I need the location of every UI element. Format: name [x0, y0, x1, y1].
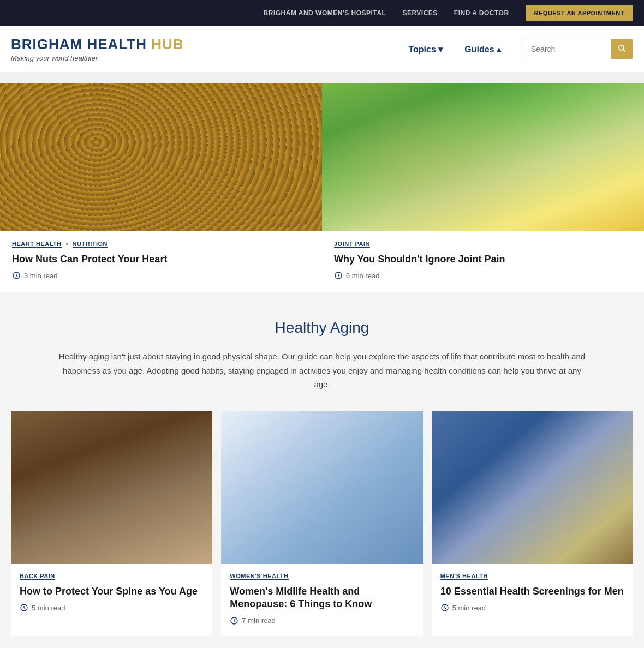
hero-card-nuts-image — [0, 83, 322, 231]
hero-card-joint-meta: 6 min read — [334, 271, 632, 280]
article-card-spine[interactable]: Back Pain How to Protect Your Spine as Y… — [11, 411, 212, 636]
clock-icon-3 — [20, 603, 28, 612]
article-spine-image — [11, 411, 212, 564]
logo-hub: HUB — [151, 36, 183, 52]
svg-point-0 — [619, 45, 624, 50]
main-navigation: Topics ▾ Guides ▴ — [408, 39, 633, 59]
card-tags-joint: Joint Pain — [334, 241, 632, 248]
article-spine-info: Back Pain How to Protect Your Spine as Y… — [11, 564, 212, 623]
tag-nutrition[interactable]: Nutrition — [73, 241, 108, 248]
article-card-menopause[interactable]: Women's Health Women's Midlife Health an… — [221, 411, 422, 636]
guide-description: Healthy aging isn't just about staying i… — [55, 350, 589, 392]
search-icon — [617, 44, 626, 52]
logo-area[interactable]: BRIGHAM HEALTH HUB Making your world hea… — [11, 36, 184, 62]
top-navigation: Brigham and Women's Hospital Services Fi… — [0, 0, 644, 26]
search-box — [523, 39, 633, 59]
hero-card-nuts-meta: 3 min read — [12, 271, 310, 280]
clock-icon — [12, 271, 21, 280]
article-mens-tags: Men's Health — [440, 573, 624, 580]
find-doctor-link[interactable]: Find a Doctor — [454, 9, 509, 17]
article-spine-readtime: 5 min read — [32, 604, 65, 612]
hero-section: Heart Health • Nutrition How Nuts Can Pr… — [0, 73, 644, 292]
hero-card-joint-info: Joint Pain Why You Shouldn't Ignore Join… — [322, 231, 644, 292]
tag-heart-health[interactable]: Heart Health — [12, 241, 62, 248]
hero-card-nuts[interactable]: Heart Health • Nutrition How Nuts Can Pr… — [0, 83, 322, 292]
tag-joint-pain[interactable]: Joint Pain — [334, 241, 370, 248]
svg-line-1 — [623, 50, 625, 52]
clock-icon-4 — [230, 616, 238, 625]
article-mens-readtime: 5 min read — [452, 604, 486, 612]
article-mens-title: 10 Essential Health Screenings for Men — [440, 585, 624, 598]
article-card-mens[interactable]: Men's Health 10 Essential Health Screeni… — [432, 411, 633, 636]
hero-cards: Heart Health • Nutrition How Nuts Can Pr… — [0, 83, 644, 292]
hero-card-joint-title: Why You Shouldn't Ignore Joint Pain — [334, 253, 632, 266]
article-mens-info: Men's Health 10 Essential Health Screeni… — [432, 564, 633, 623]
topics-nav-link[interactable]: Topics ▾ — [408, 44, 443, 55]
article-spine-title: How to Protect Your Spine as You Age — [20, 585, 204, 598]
clock-icon-2 — [334, 271, 343, 280]
search-button[interactable] — [611, 39, 633, 59]
tag-mens-health[interactable]: Men's Health — [440, 573, 488, 580]
clock-icon-5 — [440, 603, 449, 612]
article-mens-image — [432, 411, 633, 564]
logo-subtitle: Making your world healthier — [11, 54, 184, 62]
hero-card-joint[interactable]: Joint Pain Why You Shouldn't Ignore Join… — [322, 83, 644, 292]
tag-separator: • — [66, 241, 68, 248]
guides-nav-link[interactable]: Guides ▴ — [464, 44, 501, 55]
article-mens-meta: 5 min read — [440, 603, 624, 612]
article-menopause-title: Women's Midlife Health and Menopause: 6 … — [230, 585, 414, 611]
guide-title: Healthy Aging — [11, 319, 633, 337]
hero-card-nuts-info: Heart Health • Nutrition How Nuts Can Pr… — [0, 231, 322, 292]
article-menopause-readtime: 7 min read — [242, 616, 275, 625]
article-menopause-image — [221, 411, 422, 564]
hero-card-joint-image — [322, 83, 644, 231]
tag-back-pain[interactable]: Back Pain — [20, 573, 55, 580]
hero-card-nuts-title: How Nuts Can Protect Your Heart — [12, 253, 310, 266]
article-spine-meta: 5 min read — [20, 603, 204, 612]
article-menopause-info: Women's Health Women's Midlife Health an… — [221, 564, 422, 636]
hospital-link[interactable]: Brigham and Women's Hospital — [264, 9, 386, 17]
article-menopause-meta: 7 min read — [230, 616, 414, 625]
site-header: BRIGHAM HEALTH HUB Making your world hea… — [0, 26, 644, 73]
request-appointment-button[interactable]: Request an Appointment — [526, 5, 633, 21]
services-link[interactable]: Services — [402, 9, 437, 17]
article-spine-tags: Back Pain — [20, 573, 204, 580]
hero-card-nuts-readtime: 3 min read — [24, 272, 57, 280]
article-grid: Back Pain How to Protect Your Spine as Y… — [11, 411, 633, 647]
hero-card-joint-readtime: 6 min read — [346, 272, 379, 280]
article-menopause-tags: Women's Health — [230, 573, 414, 580]
tag-womens-health[interactable]: Women's Health — [230, 573, 288, 580]
card-tags-nuts: Heart Health • Nutrition — [12, 241, 310, 248]
logo-brigham-health: BRIGHAM HEALTH — [11, 36, 147, 52]
guide-section: Healthy Aging Healthy aging isn't just a… — [0, 292, 644, 648]
search-input[interactable] — [523, 40, 611, 58]
